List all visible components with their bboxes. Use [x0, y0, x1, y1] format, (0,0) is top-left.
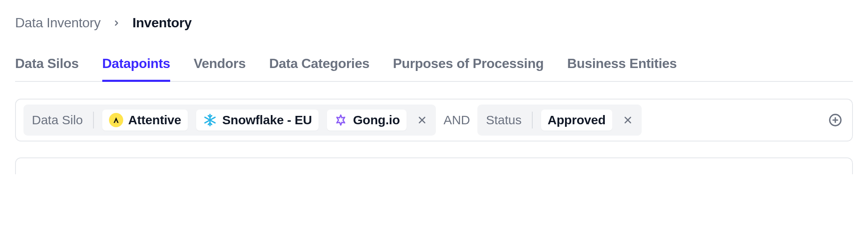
- attentive-icon: [109, 113, 123, 127]
- chip-text: Attentive: [128, 113, 181, 127]
- tab-datapoints[interactable]: Datapoints: [102, 56, 170, 82]
- filter-chip-snowflake[interactable]: Snowflake - EU: [196, 110, 319, 131]
- chip-text: Gong.io: [353, 113, 400, 127]
- filter-operator: AND: [443, 113, 471, 127]
- divider: [532, 112, 533, 128]
- remove-filter-group-icon[interactable]: [621, 113, 635, 127]
- tabs: Data Silos Datapoints Vendors Data Categ…: [15, 56, 853, 82]
- breadcrumb-parent[interactable]: Data Inventory: [15, 15, 101, 31]
- filter-chip-gong[interactable]: Gong.io: [327, 110, 407, 131]
- breadcrumb-current: Inventory: [132, 15, 192, 31]
- tab-vendors[interactable]: Vendors: [194, 56, 246, 82]
- gong-icon: [334, 113, 348, 127]
- tab-purposes-of-processing[interactable]: Purposes of Processing: [393, 56, 544, 82]
- breadcrumb: Data Inventory Inventory: [15, 15, 853, 31]
- chip-text: Snowflake - EU: [222, 113, 312, 127]
- filter-chip-approved[interactable]: Approved: [541, 110, 612, 131]
- content-panel-top: [15, 157, 853, 174]
- chip-text: Approved: [548, 113, 606, 127]
- filter-label-status: Status: [484, 113, 523, 127]
- divider: [93, 112, 94, 128]
- remove-filter-group-icon[interactable]: [415, 113, 429, 127]
- tab-data-categories[interactable]: Data Categories: [269, 56, 369, 82]
- tab-business-entities[interactable]: Business Entities: [567, 56, 677, 82]
- filter-group-status: Status Approved: [477, 105, 641, 136]
- filter-bar: Data Silo Attentive Snowflake - EU: [15, 99, 853, 141]
- chevron-right-icon: [112, 19, 121, 27]
- filter-chip-attentive[interactable]: Attentive: [102, 110, 188, 131]
- filter-group-data-silo: Data Silo Attentive Snowflake - EU: [23, 105, 436, 136]
- svg-marker-7: [337, 115, 345, 125]
- snowflake-icon: [203, 113, 217, 127]
- tab-data-silos[interactable]: Data Silos: [15, 56, 79, 82]
- filter-label-data-silo: Data Silo: [30, 113, 85, 127]
- add-filter-button[interactable]: [826, 111, 845, 129]
